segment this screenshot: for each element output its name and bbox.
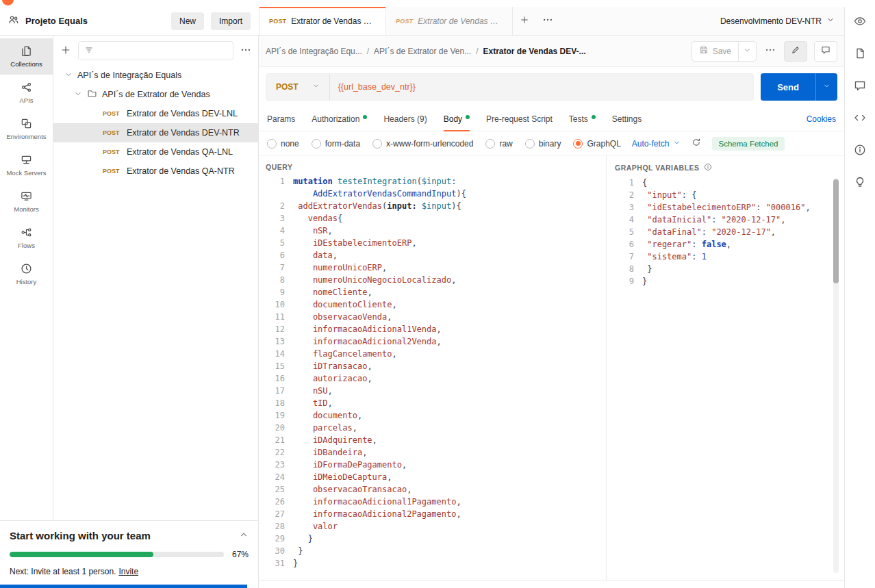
open-tab-preview[interactable]: POST Extrator de Vendas DEV [386, 7, 513, 35]
response-section-divider [259, 580, 844, 588]
request-more-button[interactable] [763, 44, 777, 57]
body-mode-graphql[interactable]: GraphQL [573, 139, 620, 149]
sidebar-request-extrator-de-vendas-dev-lnl[interactable]: POSTExtrator de Vendas DEV-LNL [53, 104, 258, 123]
request-tabs-row: ParamsAuthorizationHeaders (9)BodyPre-re… [259, 107, 844, 131]
banner-next-text: Next: Invite at least 1 person. [10, 567, 116, 576]
rail-item-collections[interactable]: Collections [0, 38, 53, 75]
add-collection-button[interactable] [60, 44, 71, 57]
request-tab-params[interactable]: Params [267, 107, 295, 131]
request-tab-headers-9[interactable]: Headers (9) [383, 107, 427, 131]
query-code[interactable]: 1mutation testeIntegration($input:AddExt… [264, 175, 606, 580]
radio-label: binary [539, 139, 561, 149]
bootcamp-button[interactable] [854, 176, 866, 188]
rail-item-monitors[interactable]: Monitors [0, 183, 53, 220]
comments-panel-button[interactable] [854, 79, 866, 92]
sidebar-request-extrator-de-vendas-dev-ntr[interactable]: POSTExtrator de Vendas DEV-NTR [53, 123, 258, 142]
code-snippet-button[interactable] [854, 112, 866, 124]
chevron-down-icon[interactable] [74, 90, 82, 100]
workspace-name[interactable]: Projeto Equals [25, 16, 88, 26]
collection-folder-item[interactable]: API´s de Extrator de Vendas [53, 85, 258, 104]
sidebar-request-extrator-de-vendas-qa-lnl[interactable]: POSTExtrator de Vendas QA-LNL [53, 142, 258, 162]
body-mode-none[interactable]: none [267, 139, 299, 149]
graphql-editors: QUERY 1mutation testeIntegration($input:… [259, 156, 844, 580]
url-input[interactable]: {{url_base_dev_ntr}} [330, 74, 754, 100]
code-line: 6data, [264, 249, 606, 261]
request-tab-settings[interactable]: Settings [612, 107, 642, 131]
request-name: Extrator de Vendas DEV-LNL [127, 109, 238, 118]
refresh-schema-button[interactable] [692, 138, 701, 149]
save-button[interactable]: Save [692, 42, 738, 61]
chevron-down-icon[interactable] [64, 71, 73, 81]
variables-scrollbar[interactable] [833, 178, 839, 573]
method-badge: POST [103, 110, 122, 117]
more-icon [542, 14, 553, 25]
radio-label: raw [499, 139, 512, 149]
environment-selector[interactable]: Desenvolvimento DEV-NTR [711, 7, 844, 35]
tab-options-button[interactable] [536, 7, 559, 35]
breadcrumb-segment[interactable]: Extrator de Vendas DEV-... [483, 47, 586, 56]
banner-collapse-button[interactable] [239, 530, 249, 541]
code-line: 3vendas{ [264, 212, 606, 225]
import-button[interactable]: Import [211, 12, 251, 30]
collection-root-item[interactable]: API´s de Integração Equals [53, 66, 258, 85]
filter-icon [84, 45, 94, 57]
comments-button[interactable] [814, 41, 837, 62]
plus-icon [520, 15, 529, 25]
documentation-panel-button[interactable] [854, 47, 866, 60]
rail-item-environments[interactable]: Environments [0, 111, 53, 147]
request-tab-body[interactable]: Body [444, 107, 470, 131]
rail-item-mock-servers[interactable]: Mock Servers [0, 147, 53, 183]
new-button[interactable]: New [171, 12, 204, 30]
environment-name: Desenvolvimento DEV-NTR [720, 16, 822, 26]
request-tab-authorization[interactable]: Authorization [312, 107, 367, 131]
breadcrumb-segment[interactable]: API´s de Integração Equ... [266, 47, 362, 56]
request-tab-pre-request-script[interactable]: Pre-request Script [486, 107, 553, 131]
body-mode-x-www-form-urlencoded[interactable]: x-www-form-urlencoded [372, 139, 473, 149]
autofetch-dropdown[interactable]: Auto-fetch [632, 139, 681, 149]
progress-fill [10, 552, 153, 557]
rail-item-history[interactable]: History [0, 256, 53, 292]
rail-item-label: Collections [10, 60, 42, 68]
variables-code[interactable]: 1{2"input": {3"idEstabelecimentoERP": "0… [613, 177, 835, 580]
code-line: 12informacaoAdicional1Venda, [264, 323, 606, 335]
invite-link[interactable]: Invite [118, 567, 138, 576]
code-line: 23iDFormaDePagamento, [264, 459, 606, 471]
chevron-down-icon [823, 82, 830, 90]
body-mode-form-data[interactable]: form-data [312, 139, 360, 149]
workspace-people-icon [8, 14, 19, 27]
code-line: AddExtratorVendasCommandInput){ [264, 188, 606, 200]
tab-title: Extrator de Vendas DEV [418, 16, 503, 26]
code-line: 31} [264, 557, 606, 570]
status-dot [466, 115, 470, 119]
body-mode-raw[interactable]: raw [485, 139, 512, 149]
rail-item-flows[interactable]: Flows [0, 220, 53, 256]
code-line: 17nSU, [264, 385, 606, 397]
breadcrumb: API´s de Integração Equ.../API´s de Extr… [266, 47, 586, 56]
method-selector[interactable]: POST [266, 74, 330, 100]
save-options-button[interactable] [738, 42, 756, 61]
tab-method-label: POST [269, 18, 286, 25]
open-tab-active[interactable]: POST Extrator de Vendas DEV [259, 7, 386, 35]
radio-circle [267, 139, 277, 149]
code-line: 14flagCancelamento, [264, 348, 606, 360]
body-mode-binary[interactable]: binary [525, 139, 561, 149]
new-tab-button[interactable] [513, 7, 536, 35]
rail-item-apis[interactable]: APIs [0, 75, 53, 111]
code-line: 13informacaoAdicional2Venda, [264, 335, 606, 348]
breadcrumb-segment[interactable]: API´s de Extrator de Ven... [374, 47, 471, 56]
send-button[interactable]: Send [761, 73, 815, 101]
request-info-button[interactable] [854, 144, 866, 156]
cookies-link[interactable]: Cookies [807, 114, 836, 124]
send-options-button[interactable] [815, 73, 837, 101]
environment-quick-look-button[interactable] [854, 15, 866, 27]
scrollbar-thumb[interactable] [833, 179, 839, 283]
sidebar-request-extrator-de-vendas-qa-ntr[interactable]: POSTExtrator de Vendas QA-NTR [53, 162, 258, 181]
request-tab-tests[interactable]: Tests [569, 107, 596, 131]
save-label: Save [713, 47, 731, 56]
method-value: POST [276, 82, 299, 92]
sidebar-more-button[interactable] [240, 44, 251, 57]
sidebar-filter-input[interactable] [78, 41, 233, 60]
comment-icon [854, 79, 866, 92]
edit-documentation-button[interactable] [784, 41, 807, 62]
code-line: 4"dataInicial": "2020-12-17", [613, 214, 835, 226]
